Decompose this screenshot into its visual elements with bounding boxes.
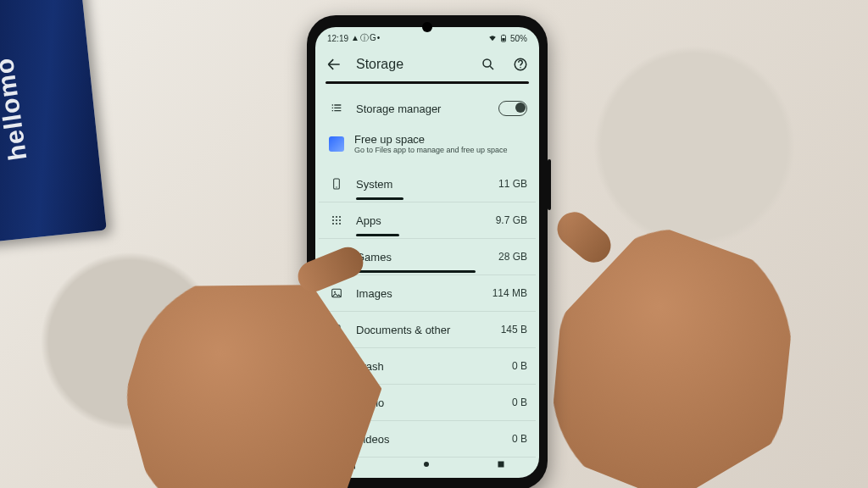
category-value: 11 GB xyxy=(498,178,527,190)
svg-point-15 xyxy=(336,223,337,225)
category-row-apps[interactable]: Apps9.7 GB xyxy=(319,202,536,239)
svg-point-14 xyxy=(332,223,334,225)
category-value: 0 B xyxy=(512,433,527,445)
help-icon[interactable] xyxy=(510,54,531,75)
category-value: 0 B xyxy=(512,360,527,372)
storage-manager-row[interactable]: Storage manager xyxy=(319,91,536,126)
search-icon[interactable] xyxy=(478,54,498,75)
back-icon[interactable] xyxy=(324,54,344,75)
svg-point-3 xyxy=(483,59,491,67)
category-label: Apps xyxy=(346,214,496,227)
svg-point-5 xyxy=(520,67,521,69)
svg-rect-2 xyxy=(503,35,504,36)
storage-total-bar xyxy=(326,81,529,84)
category-value: 114 MB xyxy=(492,287,527,299)
storage-manager-label: Storage manager xyxy=(346,103,498,115)
category-value: 145 B xyxy=(501,324,527,336)
svg-point-12 xyxy=(336,219,337,221)
status-icons-left: ▲ⓘG• xyxy=(351,32,381,44)
svg-rect-1 xyxy=(502,38,504,41)
category-label: Trash xyxy=(346,360,512,373)
svg-point-11 xyxy=(332,219,334,221)
wifi-icon xyxy=(488,34,497,42)
page-title: Storage xyxy=(356,57,466,72)
svg-point-13 xyxy=(339,219,341,221)
storage-manager-toggle[interactable] xyxy=(498,101,527,116)
apps-icon xyxy=(327,214,346,227)
svg-point-24 xyxy=(424,462,429,467)
category-label: Games xyxy=(346,251,498,263)
usage-bar xyxy=(356,197,403,200)
category-row-documents-other[interactable]: Documents & other145 B xyxy=(319,312,536,348)
nav-recent-icon[interactable] xyxy=(496,459,508,471)
nav-home-icon[interactable] xyxy=(421,459,433,471)
category-value: 0 B xyxy=(512,396,527,408)
list-icon xyxy=(327,102,346,115)
files-app-icon xyxy=(329,136,344,152)
category-value: 28 GB xyxy=(498,251,527,263)
category-value: 9.7 GB xyxy=(496,214,527,226)
free-up-title: Free up space xyxy=(354,133,508,146)
free-up-space-row[interactable]: Free up space Go to Files app to manage … xyxy=(319,126,536,166)
battery-text: 50% xyxy=(510,34,527,43)
usage-bar xyxy=(356,234,399,236)
phone-icon xyxy=(327,177,346,191)
category-label: Images xyxy=(346,287,492,300)
svg-point-9 xyxy=(336,216,337,218)
svg-point-7 xyxy=(336,186,337,187)
product-box: hellomo xyxy=(0,0,107,243)
category-row-system[interactable]: System11 GB xyxy=(319,166,536,202)
usage-bar xyxy=(356,270,476,273)
right-thumb xyxy=(550,205,617,269)
scene: hellomo 12:19 ▲ⓘG• 50% xyxy=(0,0,868,488)
svg-rect-25 xyxy=(498,462,504,468)
svg-point-10 xyxy=(339,216,341,218)
free-up-subtitle: Go to Files app to manage and free up sp… xyxy=(354,146,508,154)
category-label: Documents & other xyxy=(346,324,501,336)
svg-point-16 xyxy=(339,223,341,225)
category-label: Videos xyxy=(346,433,512,446)
svg-point-21 xyxy=(334,291,336,293)
image-icon xyxy=(327,286,346,300)
app-header: Storage xyxy=(315,47,539,81)
battery-icon xyxy=(499,34,508,42)
svg-point-8 xyxy=(332,216,334,218)
category-label: System xyxy=(346,178,498,191)
box-label: hellomo xyxy=(0,56,32,163)
category-row-images[interactable]: Images114 MB xyxy=(319,275,536,312)
front-camera xyxy=(422,22,432,32)
status-time: 12:19 xyxy=(327,34,348,43)
